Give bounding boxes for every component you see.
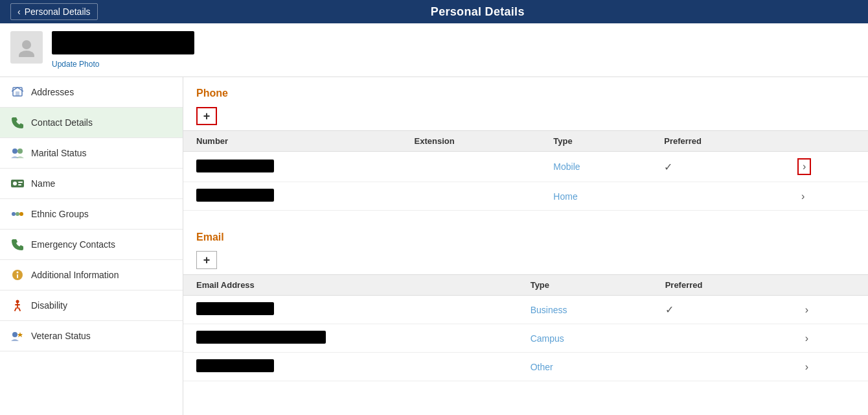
phone-col-number: Number (183, 131, 402, 152)
table-row: Other › (183, 353, 868, 381)
phone-row-chevron-button-2[interactable]: › (797, 189, 808, 204)
table-row: Mobile ✓ › (183, 152, 868, 182)
phone-type-value: Mobile (553, 161, 580, 172)
table-row: Campus › (183, 324, 868, 353)
email-row-chevron-button-1[interactable]: › (801, 303, 812, 317)
email-row-chevron-button-3[interactable]: › (801, 360, 812, 374)
sidebar: Addresses Contact Details Marital Status (0, 77, 183, 415)
svg-point-5 (17, 148, 23, 154)
svg-point-14 (17, 272, 19, 274)
sidebar-item-additional-information[interactable]: Additional Information (0, 260, 183, 290)
back-arrow-icon: ‹ (17, 6, 21, 17)
phone-preferred-2 (651, 182, 784, 211)
email-action-2[interactable]: › (788, 324, 868, 353)
email-table: Email Address Type Preferred Business ✓ … (183, 274, 868, 381)
email-col-type: Type (518, 275, 652, 296)
page-title: Personal Details (98, 5, 858, 19)
add-email-button[interactable]: + (196, 251, 217, 269)
add-phone-button[interactable]: + (196, 107, 217, 125)
email-type-1: Business (518, 296, 652, 324)
sidebar-label-ethnic-groups: Ethnic Groups (31, 209, 89, 219)
phone-preferred-1: ✓ (651, 152, 784, 182)
email-type-value: Business (531, 305, 567, 315)
redacted-value (196, 331, 326, 344)
sidebar-item-contact-details[interactable]: Contact Details (0, 108, 183, 138)
phone-number-1 (183, 152, 402, 182)
sidebar-item-veteran-status[interactable]: Veteran Status (0, 321, 183, 351)
additional-icon (10, 269, 25, 281)
content-area: Phone + Number Extension Type Preferred (183, 77, 868, 415)
phone-type-value: Home (553, 191, 577, 202)
phone-number-2 (183, 182, 402, 211)
emergency-icon (10, 239, 25, 250)
home-icon (10, 86, 25, 98)
checkmark-icon: ✓ (665, 304, 674, 315)
svg-point-11 (16, 212, 19, 216)
phone-type-2: Home (540, 182, 651, 211)
redacted-value (196, 302, 274, 315)
phone-col-type: Type (540, 131, 651, 152)
avatar (10, 31, 43, 64)
checkmark-icon: ✓ (664, 161, 672, 172)
svg-point-7 (13, 182, 17, 185)
sidebar-item-disability[interactable]: Disability (0, 290, 183, 321)
ethnic-icon (10, 208, 25, 220)
name-block: Update Photo (52, 31, 194, 69)
phone-icon (10, 117, 25, 128)
email-table-header-row: Email Address Type Preferred (183, 275, 868, 296)
svg-point-1 (19, 51, 34, 57)
email-preferred-2 (652, 324, 788, 353)
veteran-icon (10, 330, 25, 342)
sidebar-item-emergency-contacts[interactable]: Emergency Contacts (0, 230, 183, 260)
svg-point-0 (22, 40, 31, 49)
table-row: Business ✓ › (183, 296, 868, 324)
phone-action-1[interactable]: › (784, 152, 868, 182)
email-action-1[interactable]: › (788, 296, 868, 324)
email-type-3: Other (518, 353, 652, 381)
email-col-action (788, 275, 868, 296)
phone-extension-1 (402, 152, 541, 182)
svg-rect-15 (17, 274, 18, 278)
email-address-3 (183, 353, 518, 381)
email-preferred-1: ✓ (652, 296, 788, 324)
phone-action-2[interactable]: › (784, 182, 868, 211)
svg-rect-9 (18, 184, 21, 185)
sidebar-item-addresses[interactable]: Addresses (0, 77, 183, 108)
email-row-chevron-button-2[interactable]: › (801, 331, 812, 346)
redacted-value (196, 359, 274, 372)
email-section: Email + Email Address Type Preferred Bus… (183, 221, 868, 381)
email-type-value: Other (531, 362, 553, 372)
phone-table-header-row: Number Extension Type Preferred (183, 131, 868, 152)
marital-icon (10, 147, 25, 159)
phone-table: Number Extension Type Preferred Mobile ✓ (183, 130, 868, 211)
email-action-3[interactable]: › (788, 353, 868, 381)
redacted-value (196, 189, 274, 202)
sidebar-item-ethnic-groups[interactable]: Ethnic Groups (0, 199, 183, 230)
svg-point-4 (12, 148, 17, 154)
redacted-value (196, 160, 274, 172)
top-navigation-bar: ‹ Personal Details Personal Details (0, 0, 868, 23)
table-row: Home › (183, 182, 868, 211)
profile-section: Update Photo (0, 23, 868, 77)
phone-section: Phone + Number Extension Type Preferred (183, 77, 868, 211)
name-icon (10, 178, 25, 189)
sidebar-label-emergency-contacts: Emergency Contacts (31, 239, 115, 250)
svg-marker-18 (17, 332, 23, 337)
phone-section-header: Phone (183, 77, 868, 104)
phone-row-chevron-button-1[interactable]: › (797, 158, 811, 175)
sidebar-label-disability: Disability (31, 300, 67, 311)
sidebar-label-contact-details: Contact Details (31, 117, 93, 128)
email-address-2 (183, 324, 518, 353)
sidebar-label-addresses: Addresses (31, 87, 74, 97)
main-layout: Addresses Contact Details Marital Status (0, 77, 868, 415)
email-col-address: Email Address (183, 275, 518, 296)
email-preferred-3 (652, 353, 788, 381)
svg-point-17 (12, 332, 17, 337)
sidebar-item-marital-status[interactable]: Marital Status (0, 138, 183, 169)
update-photo-link[interactable]: Update Photo (52, 60, 194, 69)
phone-col-action (784, 131, 868, 152)
svg-rect-8 (18, 182, 23, 183)
back-button[interactable]: ‹ Personal Details (10, 3, 98, 20)
phone-col-preferred: Preferred (651, 131, 784, 152)
sidebar-item-name[interactable]: Name (0, 169, 183, 199)
